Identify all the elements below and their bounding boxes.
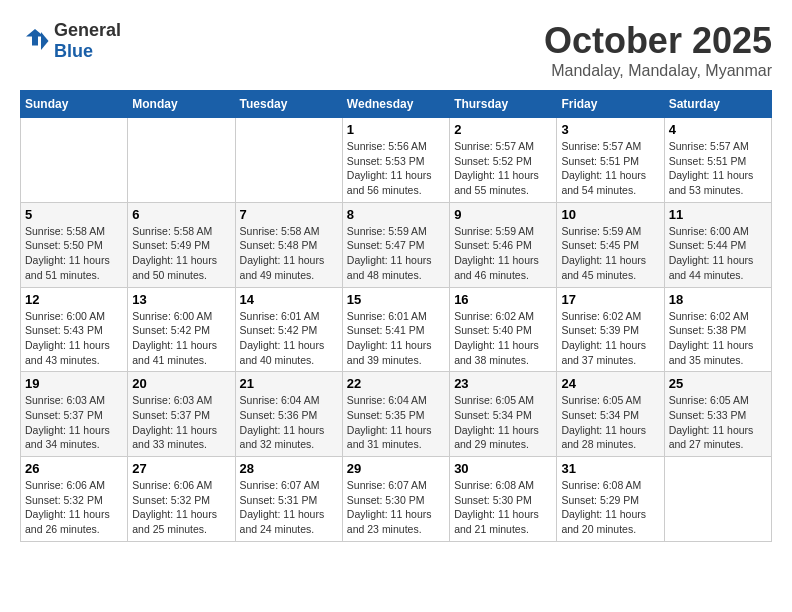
month-title: October 2025: [544, 20, 772, 62]
day-info: Sunrise: 5:59 AMSunset: 5:45 PMDaylight:…: [561, 224, 659, 283]
header-sunday: Sunday: [21, 91, 128, 118]
day-number: 16: [454, 292, 552, 307]
calendar-cell: 8Sunrise: 5:59 AMSunset: 5:47 PMDaylight…: [342, 202, 449, 287]
location: Mandalay, Mandalay, Myanmar: [544, 62, 772, 80]
day-info: Sunrise: 6:08 AMSunset: 5:30 PMDaylight:…: [454, 478, 552, 537]
day-number: 23: [454, 376, 552, 391]
day-info: Sunrise: 6:00 AMSunset: 5:42 PMDaylight:…: [132, 309, 230, 368]
calendar-cell: [664, 457, 771, 542]
day-info: Sunrise: 5:57 AMSunset: 5:51 PMDaylight:…: [561, 139, 659, 198]
day-number: 9: [454, 207, 552, 222]
day-info: Sunrise: 6:07 AMSunset: 5:31 PMDaylight:…: [240, 478, 338, 537]
calendar-cell: 14Sunrise: 6:01 AMSunset: 5:42 PMDayligh…: [235, 287, 342, 372]
day-info: Sunrise: 6:06 AMSunset: 5:32 PMDaylight:…: [25, 478, 123, 537]
day-info: Sunrise: 6:00 AMSunset: 5:43 PMDaylight:…: [25, 309, 123, 368]
calendar-cell: 16Sunrise: 6:02 AMSunset: 5:40 PMDayligh…: [450, 287, 557, 372]
calendar-week-1: 1Sunrise: 5:56 AMSunset: 5:53 PMDaylight…: [21, 118, 772, 203]
day-number: 31: [561, 461, 659, 476]
calendar-cell: 6Sunrise: 5:58 AMSunset: 5:49 PMDaylight…: [128, 202, 235, 287]
day-number: 10: [561, 207, 659, 222]
calendar-week-2: 5Sunrise: 5:58 AMSunset: 5:50 PMDaylight…: [21, 202, 772, 287]
calendar-cell: 11Sunrise: 6:00 AMSunset: 5:44 PMDayligh…: [664, 202, 771, 287]
day-number: 17: [561, 292, 659, 307]
day-info: Sunrise: 6:02 AMSunset: 5:38 PMDaylight:…: [669, 309, 767, 368]
header-friday: Friday: [557, 91, 664, 118]
calendar-cell: 10Sunrise: 5:59 AMSunset: 5:45 PMDayligh…: [557, 202, 664, 287]
header-saturday: Saturday: [664, 91, 771, 118]
calendar-cell: 4Sunrise: 5:57 AMSunset: 5:51 PMDaylight…: [664, 118, 771, 203]
day-number: 12: [25, 292, 123, 307]
calendar-cell: 31Sunrise: 6:08 AMSunset: 5:29 PMDayligh…: [557, 457, 664, 542]
logo-general: General: [54, 20, 121, 40]
day-info: Sunrise: 6:06 AMSunset: 5:32 PMDaylight:…: [132, 478, 230, 537]
day-number: 29: [347, 461, 445, 476]
header-monday: Monday: [128, 91, 235, 118]
day-info: Sunrise: 6:05 AMSunset: 5:33 PMDaylight:…: [669, 393, 767, 452]
day-number: 4: [669, 122, 767, 137]
calendar-cell: 3Sunrise: 5:57 AMSunset: 5:51 PMDaylight…: [557, 118, 664, 203]
day-info: Sunrise: 6:01 AMSunset: 5:42 PMDaylight:…: [240, 309, 338, 368]
day-info: Sunrise: 6:07 AMSunset: 5:30 PMDaylight:…: [347, 478, 445, 537]
day-info: Sunrise: 6:08 AMSunset: 5:29 PMDaylight:…: [561, 478, 659, 537]
day-number: 27: [132, 461, 230, 476]
day-info: Sunrise: 6:04 AMSunset: 5:36 PMDaylight:…: [240, 393, 338, 452]
day-info: Sunrise: 6:01 AMSunset: 5:41 PMDaylight:…: [347, 309, 445, 368]
day-info: Sunrise: 6:02 AMSunset: 5:40 PMDaylight:…: [454, 309, 552, 368]
day-number: 26: [25, 461, 123, 476]
calendar-cell: 23Sunrise: 6:05 AMSunset: 5:34 PMDayligh…: [450, 372, 557, 457]
page-header: General Blue October 2025 Mandalay, Mand…: [20, 20, 772, 80]
day-info: Sunrise: 6:03 AMSunset: 5:37 PMDaylight:…: [132, 393, 230, 452]
day-info: Sunrise: 5:56 AMSunset: 5:53 PMDaylight:…: [347, 139, 445, 198]
calendar-cell: 19Sunrise: 6:03 AMSunset: 5:37 PMDayligh…: [21, 372, 128, 457]
calendar-cell: [235, 118, 342, 203]
calendar-week-3: 12Sunrise: 6:00 AMSunset: 5:43 PMDayligh…: [21, 287, 772, 372]
day-number: 14: [240, 292, 338, 307]
calendar-cell: 27Sunrise: 6:06 AMSunset: 5:32 PMDayligh…: [128, 457, 235, 542]
day-number: 13: [132, 292, 230, 307]
calendar-cell: 13Sunrise: 6:00 AMSunset: 5:42 PMDayligh…: [128, 287, 235, 372]
day-number: 24: [561, 376, 659, 391]
day-number: 25: [669, 376, 767, 391]
calendar-cell: 5Sunrise: 5:58 AMSunset: 5:50 PMDaylight…: [21, 202, 128, 287]
day-number: 28: [240, 461, 338, 476]
day-number: 11: [669, 207, 767, 222]
calendar-cell: 22Sunrise: 6:04 AMSunset: 5:35 PMDayligh…: [342, 372, 449, 457]
calendar-week-5: 26Sunrise: 6:06 AMSunset: 5:32 PMDayligh…: [21, 457, 772, 542]
day-number: 20: [132, 376, 230, 391]
calendar-cell: 26Sunrise: 6:06 AMSunset: 5:32 PMDayligh…: [21, 457, 128, 542]
day-number: 19: [25, 376, 123, 391]
calendar-cell: 1Sunrise: 5:56 AMSunset: 5:53 PMDaylight…: [342, 118, 449, 203]
calendar-cell: 25Sunrise: 6:05 AMSunset: 5:33 PMDayligh…: [664, 372, 771, 457]
day-info: Sunrise: 6:03 AMSunset: 5:37 PMDaylight:…: [25, 393, 123, 452]
day-info: Sunrise: 5:58 AMSunset: 5:49 PMDaylight:…: [132, 224, 230, 283]
calendar-cell: 21Sunrise: 6:04 AMSunset: 5:36 PMDayligh…: [235, 372, 342, 457]
header-thursday: Thursday: [450, 91, 557, 118]
calendar-cell: 28Sunrise: 6:07 AMSunset: 5:31 PMDayligh…: [235, 457, 342, 542]
day-number: 21: [240, 376, 338, 391]
day-info: Sunrise: 6:05 AMSunset: 5:34 PMDaylight:…: [454, 393, 552, 452]
calendar-cell: 20Sunrise: 6:03 AMSunset: 5:37 PMDayligh…: [128, 372, 235, 457]
day-info: Sunrise: 5:59 AMSunset: 5:46 PMDaylight:…: [454, 224, 552, 283]
title-block: October 2025 Mandalay, Mandalay, Myanmar: [544, 20, 772, 80]
logo: General Blue: [20, 20, 121, 62]
calendar-cell: 7Sunrise: 5:58 AMSunset: 5:48 PMDaylight…: [235, 202, 342, 287]
day-number: 18: [669, 292, 767, 307]
day-number: 22: [347, 376, 445, 391]
calendar-cell: 12Sunrise: 6:00 AMSunset: 5:43 PMDayligh…: [21, 287, 128, 372]
calendar-cell: [128, 118, 235, 203]
day-number: 30: [454, 461, 552, 476]
calendar-cell: 24Sunrise: 6:05 AMSunset: 5:34 PMDayligh…: [557, 372, 664, 457]
day-info: Sunrise: 6:05 AMSunset: 5:34 PMDaylight:…: [561, 393, 659, 452]
day-info: Sunrise: 5:58 AMSunset: 5:50 PMDaylight:…: [25, 224, 123, 283]
calendar-cell: 2Sunrise: 5:57 AMSunset: 5:52 PMDaylight…: [450, 118, 557, 203]
svg-marker-0: [41, 32, 49, 50]
header-wednesday: Wednesday: [342, 91, 449, 118]
calendar-cell: 9Sunrise: 5:59 AMSunset: 5:46 PMDaylight…: [450, 202, 557, 287]
calendar-cell: 17Sunrise: 6:02 AMSunset: 5:39 PMDayligh…: [557, 287, 664, 372]
logo-icon: [20, 26, 50, 56]
day-info: Sunrise: 5:58 AMSunset: 5:48 PMDaylight:…: [240, 224, 338, 283]
day-number: 7: [240, 207, 338, 222]
day-info: Sunrise: 6:00 AMSunset: 5:44 PMDaylight:…: [669, 224, 767, 283]
calendar-cell: 15Sunrise: 6:01 AMSunset: 5:41 PMDayligh…: [342, 287, 449, 372]
calendar-cell: 30Sunrise: 6:08 AMSunset: 5:30 PMDayligh…: [450, 457, 557, 542]
